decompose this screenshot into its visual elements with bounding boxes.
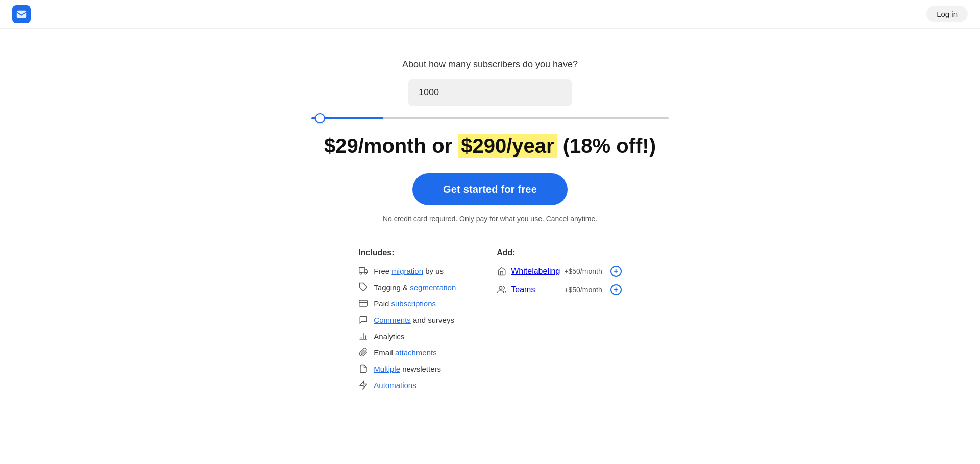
pricing-display: $29/month or $290/year (18% off!) bbox=[324, 134, 656, 158]
feature-analytics-text: Analytics bbox=[374, 332, 404, 341]
teams-link[interactable]: Teams bbox=[511, 285, 535, 294]
includes-column: Includes: Free migration by us Tagging & bbox=[358, 248, 456, 396]
addon-whitelabeling: Whitelabeling +$50/month + bbox=[497, 266, 621, 277]
tag-icon bbox=[358, 282, 369, 292]
automations-link[interactable]: Automations bbox=[374, 381, 416, 390]
addon-teams: Teams +$50/month + bbox=[497, 284, 621, 295]
svg-rect-0 bbox=[17, 10, 26, 18]
navbar: Log in bbox=[0, 0, 980, 29]
segmentation-link[interactable]: segmentation bbox=[410, 283, 456, 292]
feature-comments: Comments and surveys bbox=[358, 315, 456, 325]
feature-multiple-text: Multiple newsletters bbox=[374, 365, 441, 373]
comment-icon bbox=[358, 315, 369, 325]
svg-point-12 bbox=[499, 286, 502, 289]
feature-attachments-text: Email attachments bbox=[374, 348, 436, 357]
paperclip-icon bbox=[358, 347, 369, 357]
feature-subscriptions-text: Paid subscriptions bbox=[374, 299, 436, 308]
subscribers-question: About how many subscribers do you have? bbox=[402, 59, 578, 70]
feature-tagging: Tagging & segmentation bbox=[358, 282, 456, 292]
whitelabeling-link[interactable]: Whitelabeling bbox=[511, 267, 560, 276]
slider-wrapper bbox=[311, 117, 669, 119]
home-icon bbox=[497, 266, 507, 276]
feature-subscriptions: Paid subscriptions bbox=[358, 298, 456, 308]
subscriber-input[interactable] bbox=[408, 79, 572, 106]
login-button[interactable]: Log in bbox=[926, 6, 968, 22]
subscriber-slider[interactable] bbox=[311, 117, 669, 119]
attachments-link[interactable]: attachments bbox=[395, 348, 437, 357]
zap-icon bbox=[358, 380, 369, 390]
credit-card-icon bbox=[358, 298, 369, 308]
subscriptions-link[interactable]: subscriptions bbox=[391, 299, 436, 308]
feature-multiple: Multiple newsletters bbox=[358, 364, 456, 374]
feature-migration: Free migration by us bbox=[358, 266, 456, 276]
comments-link[interactable]: Comments bbox=[374, 316, 411, 324]
bar-chart-icon bbox=[358, 331, 369, 341]
get-started-button[interactable]: Get started for free bbox=[412, 173, 568, 205]
truck-icon bbox=[358, 266, 369, 276]
feature-tagging-text: Tagging & segmentation bbox=[374, 283, 456, 292]
svg-rect-1 bbox=[359, 267, 365, 272]
feature-attachments: Email attachments bbox=[358, 347, 456, 357]
feature-comments-text: Comments and surveys bbox=[374, 316, 454, 324]
feature-analytics: Analytics bbox=[358, 331, 456, 341]
subscriber-input-wrapper bbox=[408, 79, 572, 106]
migration-link[interactable]: migration bbox=[391, 267, 423, 275]
monthly-price: $29/month or bbox=[324, 135, 452, 157]
includes-heading: Includes: bbox=[358, 248, 456, 257]
whitelabeling-price: +$50/month bbox=[564, 267, 602, 275]
users-icon bbox=[497, 285, 507, 295]
yearly-price: $290/year bbox=[458, 134, 557, 158]
multiple-link[interactable]: Multiple bbox=[374, 365, 400, 373]
svg-point-3 bbox=[365, 272, 367, 274]
logo[interactable] bbox=[12, 5, 31, 23]
svg-rect-5 bbox=[359, 300, 368, 306]
pricing-page: About how many subscribers do you have? … bbox=[271, 29, 709, 427]
addons-column: Add: Whitelabeling +$50/month + bbox=[497, 248, 621, 396]
teams-price: +$50/month bbox=[564, 286, 602, 294]
feature-migration-text: Free migration by us bbox=[374, 267, 444, 275]
discount-label: (18% off!) bbox=[563, 135, 656, 157]
file-icon bbox=[358, 364, 369, 374]
no-credit-card-text: No credit card required. Only pay for wh… bbox=[383, 215, 597, 223]
add-heading: Add: bbox=[497, 248, 621, 257]
add-whitelabeling-button[interactable]: + bbox=[610, 266, 622, 277]
features-section: Includes: Free migration by us Tagging & bbox=[281, 248, 699, 396]
svg-marker-11 bbox=[360, 381, 368, 389]
add-teams-button[interactable]: + bbox=[610, 284, 622, 295]
feature-automations: Automations bbox=[358, 380, 456, 390]
feature-automations-text: Automations bbox=[374, 381, 416, 390]
svg-point-2 bbox=[360, 272, 362, 274]
